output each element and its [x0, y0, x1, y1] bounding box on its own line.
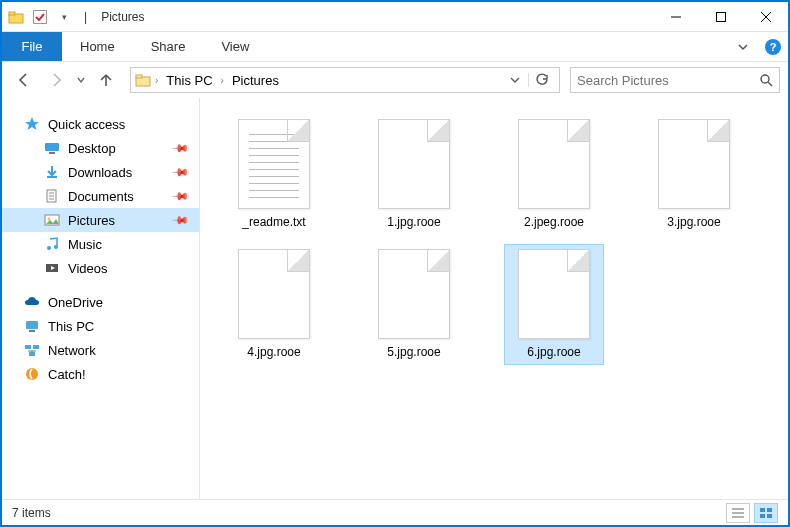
pin-icon: 📌: [170, 210, 189, 229]
sidebar-item-downloads[interactable]: Downloads📌: [2, 160, 199, 184]
sidebar-root-network[interactable]: Network: [2, 338, 199, 362]
svg-rect-8: [136, 75, 142, 78]
help-icon: ?: [765, 39, 781, 55]
file-item[interactable]: 6.jpg.rooe: [504, 244, 604, 366]
ribbon-collapse-button[interactable]: [728, 32, 758, 61]
chevron-right-icon[interactable]: ›: [153, 75, 160, 86]
svg-rect-12: [49, 152, 55, 154]
documents-icon: [44, 188, 60, 204]
sidebar-item-label: Quick access: [48, 117, 125, 132]
sidebar-item-music[interactable]: Music: [2, 232, 199, 256]
navigation-pane: Quick access Desktop📌Downloads📌Documents…: [2, 98, 200, 499]
properties-checkbox-icon[interactable]: [32, 9, 48, 25]
address-bar[interactable]: › This PC › Pictures: [130, 67, 560, 93]
recent-locations-button[interactable]: [74, 66, 88, 94]
file-item[interactable]: _readme.txt: [224, 114, 324, 236]
status-bar: 7 items: [2, 499, 788, 525]
file-name: 6.jpg.rooe: [509, 345, 599, 361]
maximize-button[interactable]: [698, 2, 743, 32]
svg-point-20: [47, 246, 51, 250]
close-button[interactable]: [743, 2, 788, 32]
svg-rect-25: [25, 345, 31, 349]
svg-rect-26: [33, 345, 39, 349]
svg-rect-24: [29, 330, 35, 332]
file-item[interactable]: 5.jpg.rooe: [364, 244, 464, 366]
music-icon: [44, 236, 60, 252]
file-grid[interactable]: _readme.txt1.jpg.rooe2.jpeg.rooe3.jpg.ro…: [200, 98, 788, 499]
svg-rect-23: [26, 321, 38, 329]
svg-rect-37: [767, 514, 772, 518]
file-thumbnail: [378, 119, 450, 209]
sidebar-root-catch-[interactable]: Catch!: [2, 362, 199, 386]
sidebar-item-desktop[interactable]: Desktop📌: [2, 136, 199, 160]
sidebar-item-label: Pictures: [68, 213, 115, 228]
file-item[interactable]: 3.jpg.rooe: [644, 114, 744, 236]
file-name: 5.jpg.rooe: [369, 345, 459, 361]
sidebar-item-pictures[interactable]: Pictures📌: [2, 208, 199, 232]
help-button[interactable]: ?: [758, 32, 788, 61]
file-name: 4.jpg.rooe: [229, 345, 319, 361]
breadcrumb-pictures[interactable]: Pictures: [228, 73, 283, 88]
file-item[interactable]: 4.jpg.rooe: [224, 244, 324, 366]
svg-rect-1: [9, 12, 15, 15]
address-dropdown-button[interactable]: [504, 75, 526, 85]
page-fold-icon: [427, 250, 449, 272]
svg-rect-36: [760, 514, 765, 518]
catch--icon: [24, 366, 40, 382]
svg-line-10: [768, 82, 772, 86]
file-item[interactable]: 1.jpg.rooe: [364, 114, 464, 236]
star-icon: [24, 116, 40, 132]
window-title: Pictures: [101, 10, 144, 24]
search-icon[interactable]: [759, 73, 773, 87]
pictures-icon: [44, 212, 60, 228]
file-item[interactable]: 2.jpeg.rooe: [504, 114, 604, 236]
title-separator: |: [84, 10, 87, 24]
refresh-button[interactable]: [528, 73, 555, 87]
quick-access-toolbar: ▾ | Pictures: [2, 9, 144, 25]
sidebar-item-videos[interactable]: Videos: [2, 256, 199, 280]
folder-icon: [135, 72, 151, 88]
sidebar-item-label: Videos: [68, 261, 108, 276]
forward-button[interactable]: [42, 66, 70, 94]
svg-rect-35: [767, 508, 772, 512]
sidebar-root-this-pc[interactable]: This PC: [2, 314, 199, 338]
sidebar-item-label: Music: [68, 237, 102, 252]
page-fold-icon: [567, 120, 589, 142]
file-name: 2.jpeg.rooe: [509, 215, 599, 231]
page-fold-icon: [287, 120, 309, 142]
tab-view[interactable]: View: [203, 32, 267, 61]
navigation-bar: › This PC › Pictures: [2, 62, 788, 98]
sidebar-item-label: Network: [48, 343, 96, 358]
svg-point-9: [761, 75, 769, 83]
thumbnails-view-button[interactable]: [754, 503, 778, 523]
svg-rect-4: [716, 12, 725, 21]
this-pc-icon: [24, 318, 40, 334]
sidebar-item-label: This PC: [48, 319, 94, 334]
downloads-icon: [44, 164, 60, 180]
back-button[interactable]: [10, 66, 38, 94]
up-button[interactable]: [92, 66, 120, 94]
chevron-right-icon[interactable]: ›: [219, 75, 226, 86]
file-thumbnail: [518, 119, 590, 209]
sidebar-root-onedrive[interactable]: OneDrive: [2, 290, 199, 314]
svg-point-21: [54, 245, 58, 249]
search-input[interactable]: [577, 73, 759, 88]
page-fold-icon: [707, 120, 729, 142]
file-thumbnail: [518, 249, 590, 339]
search-box[interactable]: [570, 67, 780, 93]
videos-icon: [44, 260, 60, 276]
page-fold-icon: [427, 120, 449, 142]
file-tab[interactable]: File: [2, 32, 62, 61]
page-fold-icon: [567, 250, 589, 272]
onedrive-icon: [24, 294, 40, 310]
svg-rect-11: [45, 143, 59, 151]
details-view-button[interactable]: [726, 503, 750, 523]
breadcrumb-this-pc[interactable]: This PC: [162, 73, 216, 88]
tab-home[interactable]: Home: [62, 32, 133, 61]
quick-access-root[interactable]: Quick access: [2, 112, 199, 136]
qat-dropdown-icon[interactable]: ▾: [56, 9, 72, 25]
minimize-button[interactable]: [653, 2, 698, 32]
tab-share[interactable]: Share: [133, 32, 204, 61]
file-thumbnail: [378, 249, 450, 339]
sidebar-item-documents[interactable]: Documents📌: [2, 184, 199, 208]
